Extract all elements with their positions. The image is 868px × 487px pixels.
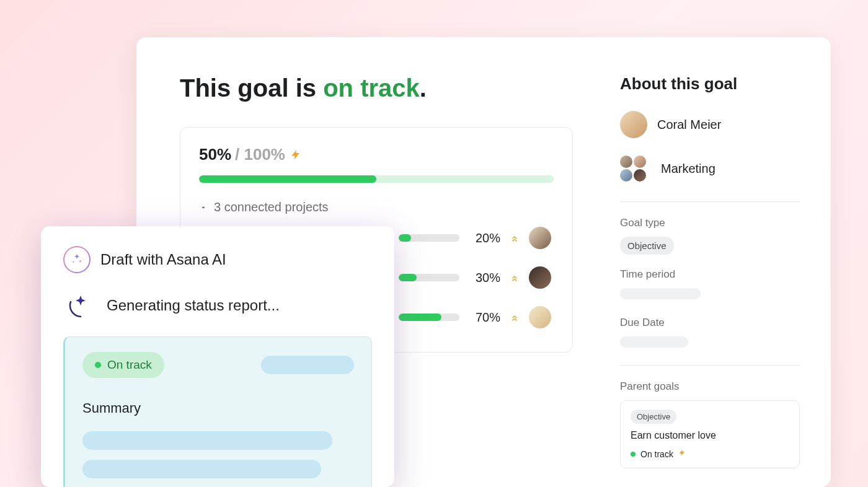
status-pill[interactable]: On track — [82, 352, 164, 378]
due-date-value-placeholder[interactable] — [620, 336, 688, 348]
project-percent: 20% — [469, 231, 500, 245]
ai-report-preview: On track Summary — [63, 336, 372, 487]
parent-goal-card[interactable]: Objective Earn customer love On track — [620, 400, 800, 468]
summary-placeholder-line — [82, 431, 332, 450]
divider — [620, 201, 800, 202]
chevron-up-double-icon — [510, 232, 519, 244]
owner-name: Coral Meier — [657, 118, 721, 132]
progress-readout: 50% / 100% — [199, 145, 554, 164]
summary-heading: Summary — [82, 400, 354, 416]
time-period-value-placeholder[interactable] — [620, 288, 701, 299]
goal-type-label: Goal type — [620, 217, 800, 229]
goal-type-pill[interactable]: Objective — [620, 237, 674, 255]
heading-suffix: . — [420, 74, 427, 102]
ai-generating-text: Generating status report... — [107, 297, 280, 314]
connected-projects-label: 3 connected projects — [214, 200, 329, 214]
connected-projects-toggle[interactable]: 3 connected projects — [199, 200, 554, 214]
summary-placeholder-line — [82, 460, 321, 478]
owner-row[interactable]: Coral Meier — [620, 111, 800, 138]
time-period-label: Time period — [620, 268, 800, 281]
ai-popup-header: Draft with Asana AI — [63, 246, 372, 273]
chevron-up-double-icon — [510, 272, 519, 283]
about-title: About this goal — [620, 74, 800, 94]
status-dot-icon — [631, 452, 636, 457]
parent-goals-label: Parent goals — [620, 380, 800, 393]
parent-goal-status: On track — [631, 449, 789, 459]
team-avatar-cluster — [620, 156, 646, 182]
goal-status-heading: This goal is on track. — [180, 74, 583, 102]
project-percent: 70% — [469, 310, 500, 325]
heading-prefix: This goal is — [180, 74, 323, 102]
divider — [620, 365, 800, 366]
status-pill-text: On track — [107, 358, 152, 372]
avatar[interactable] — [529, 266, 551, 289]
due-date-label: Due Date — [620, 317, 800, 329]
progress-current: 50% — [199, 145, 231, 164]
parent-goal-pill: Objective — [631, 410, 676, 424]
placeholder-pill — [261, 356, 354, 374]
avatar[interactable] — [529, 306, 551, 328]
mini-progress-bar — [399, 314, 459, 321]
chevron-up-double-icon — [510, 312, 519, 323]
heading-status-word: on track — [323, 74, 420, 102]
team-row[interactable]: Marketing — [620, 156, 800, 182]
parent-goal-status-text: On track — [640, 449, 673, 459]
progress-bar-fill — [199, 175, 376, 183]
ai-draft-popup: Draft with Asana AI Generating status re… — [41, 226, 394, 487]
ai-loading-sparkle-icon — [67, 292, 94, 319]
ai-generating-row: Generating status report... — [63, 292, 372, 319]
progress-total: / 100% — [235, 145, 285, 164]
avatar — [620, 111, 647, 138]
lightning-bolt-icon — [290, 148, 301, 162]
team-name: Marketing — [661, 162, 715, 176]
parent-goal-title: Earn customer love — [631, 430, 789, 441]
mini-progress-bar — [399, 234, 459, 242]
status-dot-icon — [95, 362, 101, 368]
mini-progress-bar — [399, 274, 459, 281]
caret-down-icon — [199, 203, 208, 212]
lightning-bolt-icon — [678, 449, 686, 459]
project-percent: 30% — [469, 271, 500, 285]
avatar[interactable] — [529, 227, 551, 249]
progress-bar — [199, 175, 554, 183]
ai-popup-title: Draft with Asana AI — [100, 251, 226, 268]
ai-sparkle-badge-icon — [63, 246, 91, 273]
about-sidebar: About this goal Coral Meier Marketing Go… — [608, 74, 800, 487]
ai-status-row: On track — [82, 352, 354, 378]
